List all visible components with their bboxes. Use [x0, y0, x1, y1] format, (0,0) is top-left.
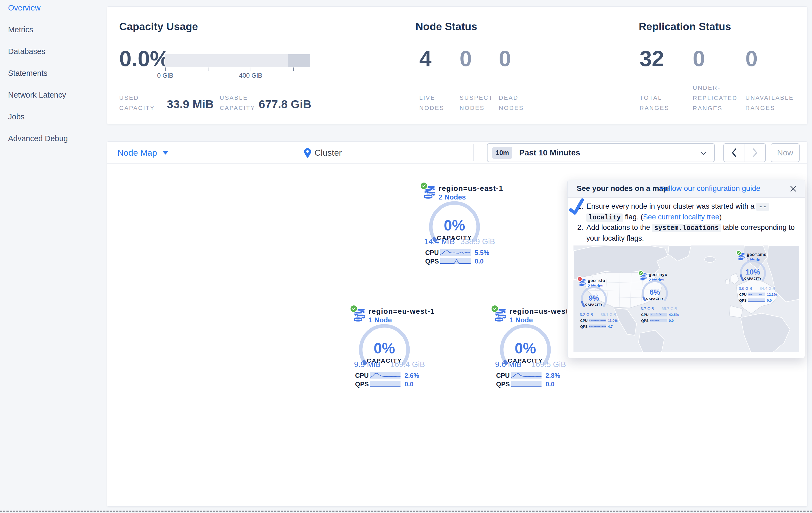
- capacity-values: 9.6 MiB169.5 GiB: [495, 360, 566, 369]
- stat-value-dead-nodes: 0: [499, 47, 511, 71]
- cpu-label: CPU: [496, 372, 510, 379]
- stat-value-suspect-nodes: 0: [460, 47, 472, 71]
- close-icon[interactable]: [789, 184, 798, 193]
- cpu-sparkline: [650, 313, 667, 317]
- node-map-setup-popup: See your nodes on a map! Follow our conf…: [567, 180, 805, 358]
- total-value: 338.9 GiB: [460, 237, 495, 246]
- instruction-text: Add locations to the: [586, 223, 652, 232]
- cpu-sparkline: [589, 319, 606, 322]
- sidebar-item-advanced-debug[interactable]: Advanced Debug: [8, 133, 68, 144]
- locality-name: region=us-east-1: [439, 184, 503, 193]
- capacity-percent: 6%: [641, 288, 669, 297]
- used-value: 9.6 MiB: [495, 360, 521, 369]
- qps-sparkline: [748, 298, 765, 302]
- capacity-usage-title: Capacity Usage: [119, 21, 198, 32]
- capacity-caption: CAPACITY: [641, 297, 669, 300]
- total-value: 65.7 GiB: [662, 306, 677, 311]
- stat-value-unavailable-ranges: 0: [745, 47, 758, 71]
- cpu-row: CPU42.5%: [640, 313, 678, 317]
- stat-label: UNDER-REPLICATEDRANGES: [693, 83, 737, 113]
- sidebar-item-databases[interactable]: Databases: [8, 46, 46, 57]
- status-ok-icon: [491, 305, 499, 313]
- time-range-select[interactable]: 10m Past 10 Minutes: [487, 143, 715, 162]
- capacity-axis-label: 0 GiB: [157, 72, 173, 79]
- chevron-down-icon: [163, 151, 168, 155]
- sidebar-item-metrics[interactable]: Metrics: [8, 24, 33, 35]
- qps-row: QPS0.0: [738, 298, 776, 302]
- locality-tree-link[interactable]: See current locality tree: [643, 213, 719, 221]
- cpu-label: CPU: [641, 313, 648, 317]
- instruction-text: table corresponding to: [721, 223, 795, 232]
- sidebar: OverviewMetricsDatabasesStatementsNetwor…: [0, 0, 107, 513]
- capacity-caption: CAPACITY: [580, 303, 608, 306]
- view-selector-dropdown[interactable]: Node Map: [117, 142, 168, 164]
- window-bottom-edge: [0, 511, 812, 512]
- capacity-bar-reserved: [288, 54, 310, 67]
- cpu-value: 42.5%: [669, 313, 679, 317]
- time-next-button[interactable]: [745, 144, 765, 162]
- capacity-bar: [165, 54, 310, 67]
- chevron-down-icon: [700, 152, 707, 156]
- cpu-value: 12.3%: [767, 293, 777, 297]
- capacity-gauge: 10%CAPACITY: [739, 259, 767, 287]
- locality-name: geo=sfo: [588, 278, 605, 283]
- qps-row: QPS0.0: [494, 380, 567, 388]
- used-value: 3.6 GiB: [739, 286, 752, 291]
- sidebar-item-network-latency[interactable]: Network Latency: [8, 89, 66, 100]
- configuration-guide-link[interactable]: Follow our configuration guide: [660, 184, 760, 193]
- breadcrumb-cluster[interactable]: Cluster: [315, 142, 342, 164]
- usable-capacity-value: 677.8 GiB: [259, 98, 311, 111]
- qps-label: QPS: [355, 380, 369, 388]
- cpu-sparkline: [440, 249, 471, 256]
- mini-world-map: 1geo=sfo2 Nodes9%CAPACITY3.2 GiB35.1 GiB…: [574, 245, 800, 352]
- status-ok-icon: [420, 182, 428, 190]
- time-prev-button[interactable]: [724, 144, 745, 162]
- replication-status-title: Replication Status: [639, 21, 731, 32]
- qps-label: QPS: [496, 380, 510, 388]
- cpu-row: CPU12.3%: [738, 293, 776, 297]
- instruction-text: ): [719, 213, 722, 221]
- sidebar-item-jobs[interactable]: Jobs: [8, 111, 24, 122]
- locality-name: geo=ams: [747, 252, 766, 257]
- total-value: 169.4 GiB: [390, 360, 425, 369]
- cpu-row: CPU2.8%: [494, 372, 567, 379]
- sidebar-item-overview[interactable]: Overview: [8, 2, 40, 13]
- cpu-value: 2.6%: [405, 372, 419, 379]
- cpu-sparkline: [370, 372, 401, 379]
- summary-card: Capacity Usage 0.0% 0 GiB400 GiB USEDCAP…: [107, 6, 807, 124]
- locality-name: geo=nyc: [649, 272, 667, 277]
- stat-label: SUSPECTNODES: [460, 93, 493, 113]
- qps-label: QPS: [425, 258, 439, 265]
- locality-name: region=eu-west-1: [369, 307, 435, 316]
- cpu-label: CPU: [580, 319, 587, 323]
- capacity-percent: 0.0%: [119, 47, 170, 71]
- used-capacity-label: USEDCAPACITY: [119, 93, 155, 113]
- qps-sparkline: [370, 381, 401, 387]
- stat-label: TOTALRANGES: [640, 93, 669, 113]
- sidebar-item-statements[interactable]: Statements: [8, 68, 48, 79]
- used-value: 3.7 GiB: [641, 306, 654, 311]
- qps-value: 4.7: [608, 325, 613, 329]
- cpu-value: 2.8%: [546, 372, 560, 379]
- qps-sparkline: [440, 258, 471, 264]
- status-warning-icon: 1: [577, 276, 583, 282]
- capacity-percent: 10%: [739, 268, 767, 276]
- total-value: 35.1 GiB: [601, 312, 616, 317]
- instruction-text: Ensure every node in your cluster was st…: [586, 202, 756, 210]
- capacity-percent: 0%: [357, 340, 411, 357]
- now-button[interactable]: Now: [771, 143, 800, 162]
- cpu-row: CPU5.5%: [423, 249, 496, 256]
- total-value: 169.5 GiB: [531, 360, 566, 369]
- stat-label: DEADNODES: [499, 93, 524, 113]
- qps-value: 0.0: [405, 380, 413, 388]
- status-ok-icon: [638, 270, 644, 276]
- cluster-overview-page: OverviewMetricsDatabasesStatementsNetwor…: [0, 0, 812, 513]
- capacity-values: 3.7 GiB65.7 GiB: [641, 306, 677, 311]
- capacity-values: 3.6 GiB34.4 GiB: [739, 286, 775, 291]
- instruction-item-2: 2.Add locations to the system.locations …: [577, 223, 795, 243]
- time-range-badge: 10m: [492, 147, 512, 159]
- qps-row: QPS0.0: [423, 258, 496, 265]
- cpu-row: CPU11.0%: [579, 319, 617, 323]
- cpu-sparkline: [748, 293, 765, 296]
- cpu-label: CPU: [355, 372, 369, 379]
